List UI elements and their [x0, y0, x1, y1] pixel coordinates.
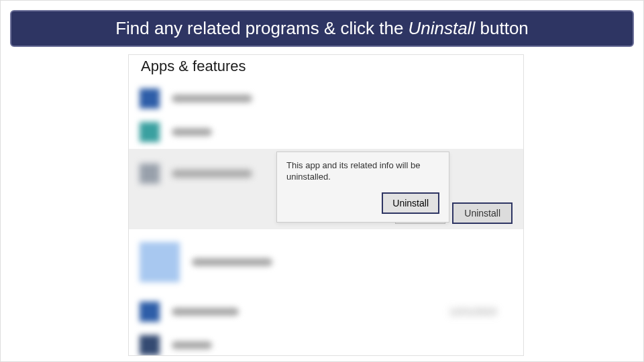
- app-name: [172, 170, 252, 178]
- settings-window: Apps & features Modify Uninstall 12/21/2…: [128, 54, 524, 356]
- app-row[interactable]: [129, 115, 523, 149]
- app-icon: [140, 242, 180, 282]
- app-row[interactable]: [129, 328, 523, 356]
- uninstall-confirm-tooltip: This app and its related info will be un…: [276, 152, 449, 223]
- app-icon: [140, 335, 160, 355]
- app-name: [192, 258, 272, 266]
- app-icon: [140, 164, 160, 184]
- app-name: [172, 308, 239, 316]
- app-name: [172, 341, 212, 349]
- banner-suffix: button: [475, 18, 529, 38]
- app-icon: [140, 302, 160, 322]
- instruction-banner: Find any related programs & click the Un…: [10, 10, 634, 47]
- install-date: 12/21/2023: [449, 306, 496, 317]
- app-icon: [140, 88, 160, 109]
- uninstall-button[interactable]: Uninstall: [452, 202, 513, 224]
- tooltip-message: This app and its related info will be un…: [286, 160, 439, 183]
- banner-emphasis: Uninstall: [409, 18, 476, 38]
- banner-prefix: Find any related programs & click the: [115, 18, 408, 38]
- app-icon: [140, 122, 160, 142]
- app-name: [172, 95, 252, 103]
- apps-list: Modify Uninstall 12/21/2023 This app and…: [129, 82, 523, 356]
- app-name: [172, 128, 212, 136]
- app-row[interactable]: [129, 229, 523, 295]
- confirm-uninstall-button[interactable]: Uninstall: [382, 192, 439, 214]
- app-row[interactable]: 12/21/2023: [129, 295, 523, 328]
- page-title: Apps & features: [129, 55, 523, 82]
- app-row[interactable]: [129, 82, 523, 115]
